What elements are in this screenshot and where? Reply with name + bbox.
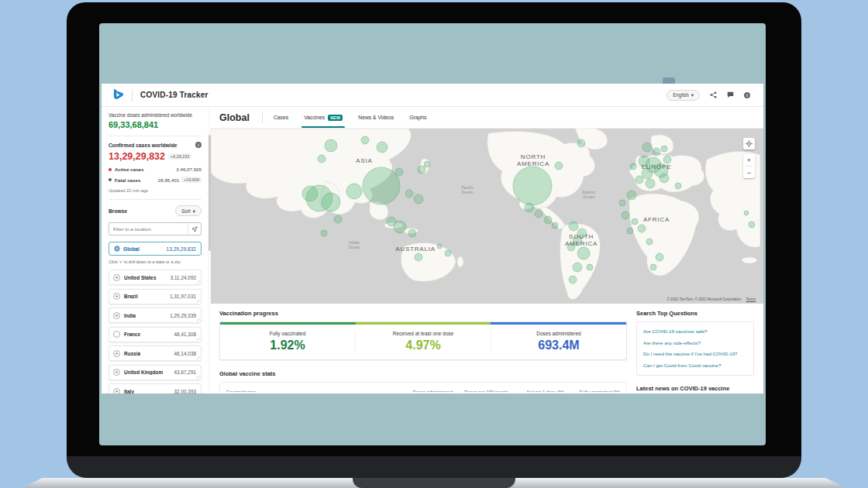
covid-map-bubble [636, 176, 643, 184]
global-row[interactable]: Global 13,29,29,832 [108, 242, 202, 256]
covid-map-bubble [627, 191, 636, 200]
question-link[interactable]: Do I need the vaccine if I've had COVID-… [643, 351, 747, 356]
active-cases-row: Active cases 3,46,07,926 [108, 167, 202, 172]
covid-map-bubble [415, 253, 422, 261]
covid-map-bubble [650, 264, 656, 270]
country-name: Italy [124, 389, 134, 394]
tab-graphs[interactable]: Graphs [409, 107, 426, 128]
confirmed-cases-label: Confirmed cases worldwide [108, 143, 177, 148]
sort-dropdown[interactable]: Sort ▾ [175, 205, 202, 216]
covid-map-bubble [318, 155, 326, 163]
column-doses: Doses administered [405, 390, 453, 392]
laptop-screen: COVID-19 Tracker English ▾ [99, 23, 766, 445]
covid-map-bubble [408, 229, 416, 237]
expand-button[interactable] [113, 331, 120, 338]
country-name: United States [124, 275, 157, 280]
covid-map-bubble [322, 193, 340, 211]
sidebar: Vaccine doses administered worldwide 69,… [102, 107, 208, 393]
covid-map-bubble [656, 253, 663, 261]
main-content: Global Cases Vaccines NEW News & Videos … [211, 107, 763, 393]
covid-map-bubble [675, 183, 681, 189]
covid-tracker-page: COVID-19 Tracker English ▾ [102, 84, 763, 393]
info-icon[interactable]: i [743, 91, 751, 99]
country-name: France [124, 332, 140, 337]
covid-map-bubble [622, 211, 629, 219]
tab-news-videos[interactable]: News & Videos [358, 107, 394, 128]
tab-cases[interactable]: Cases [274, 107, 288, 128]
country-row-france[interactable]: France 48,41,308 [108, 327, 202, 342]
map-locate-button[interactable] [743, 138, 755, 149]
confirmed-info-icon[interactable]: i [195, 142, 202, 148]
active-dot-icon [108, 168, 112, 171]
copyright-text: © 2021 TomTom, © 2021 Microsoft Corporat… [666, 297, 741, 301]
question-link[interactable]: Can I get Covid from Covid vaccine? [643, 363, 747, 368]
covid-map-bubble [552, 222, 558, 229]
covid-map-bubble [619, 200, 625, 206]
feedback-icon[interactable] [726, 91, 734, 99]
covid-map-bubble [642, 168, 653, 179]
scroll-indicator-tab [663, 77, 675, 84]
covid-map-bubble [535, 210, 542, 218]
expand-button[interactable]: + [113, 350, 120, 357]
expand-button[interactable]: + [113, 369, 120, 376]
country-row-united-kingdom[interactable]: + United Kingdom 43,67,291 [108, 365, 202, 380]
country-row-italy[interactable]: + Italy 32,00,393 [108, 383, 202, 393]
drill-down-hint: Click '+' to drill-down to a state or a … [108, 259, 202, 264]
covid-map-bubble [414, 194, 423, 204]
covid-map-bubble [567, 243, 575, 251]
sort-label: Sort [181, 208, 191, 214]
expand-button[interactable]: + [113, 293, 120, 300]
global-label: Global [123, 246, 140, 252]
covid-map-bubble [525, 203, 534, 212]
fatal-delta-badge: +19,609 [181, 177, 202, 183]
country-row-united-states[interactable]: + United States 3,11,24,092 [108, 270, 202, 285]
tab-vaccines[interactable]: Vaccines NEW [304, 107, 343, 128]
locate-me-button[interactable] [188, 223, 201, 235]
bing-logo-icon[interactable] [112, 89, 124, 101]
question-link[interactable]: Are COVID-19 vaccines safe? [643, 328, 747, 334]
world-map[interactable]: ASIA NORTH AMERICA EUROPE AFRICA SOUTH A… [211, 129, 763, 304]
covid-map-bubble [544, 216, 552, 224]
covid-map-bubble [573, 236, 582, 246]
resize-corner [195, 278, 200, 284]
top-questions-title: Search Top Questions [636, 310, 754, 317]
progress-color-bar [220, 322, 626, 325]
country-row-russia[interactable]: + Russia 46,14,038 [108, 345, 202, 361]
vaccination-progress-title: Vaccination progress [219, 310, 627, 317]
country-value: 32,00,393 [174, 389, 196, 394]
share-icon[interactable] [709, 91, 717, 99]
resize-corner [195, 335, 200, 340]
covid-map-bubble [646, 179, 655, 188]
country-row-india[interactable]: + India 1,29,29,339 [108, 308, 202, 323]
latest-news-title: Latest news on COVID-19 vaccine [636, 385, 754, 392]
country-value: 48,41,308 [174, 332, 196, 337]
question-link[interactable]: Are there any side-effects? [643, 340, 747, 345]
updated-timestamp: Updated 22 min ago [108, 188, 202, 193]
covid-map-bubble [555, 162, 563, 170]
active-cases-value: 3,46,07,926 [176, 167, 202, 172]
column-fully-vaccinated: Fully vaccinated (%) [564, 390, 620, 392]
covid-map-bubble [646, 239, 653, 245]
expand-button[interactable]: + [113, 388, 120, 394]
covid-map-bubble [638, 225, 646, 232]
expand-button[interactable]: + [113, 312, 120, 319]
covid-map-bubble [302, 186, 318, 201]
covid-map-bubble [394, 221, 406, 233]
country-list: + United States 3,11,24,092 + Brazil 1,3… [108, 270, 202, 393]
zoom-in-button[interactable]: + [743, 154, 755, 166]
tab-bar: Global Cases Vaccines NEW News & Videos … [211, 107, 763, 129]
expand-button[interactable]: + [113, 274, 120, 281]
terms-link[interactable]: Terms [746, 297, 756, 301]
laptop-bezel-bottom [67, 456, 801, 478]
fatal-cases-label: Fatal cases [115, 177, 140, 183]
language-dropdown[interactable]: English ▾ [666, 90, 700, 101]
filter-input[interactable] [109, 226, 188, 232]
covid-map-bubble [587, 264, 593, 270]
covid-map-bubble [749, 222, 755, 228]
country-value: 43,67,291 [174, 369, 196, 375]
country-row-brazil[interactable]: + Brazil 1,31,97,031 [108, 289, 202, 304]
tabbar-divider [262, 112, 263, 123]
covid-map-bubble [395, 168, 403, 176]
covid-map-bubble [627, 228, 633, 234]
zoom-out-button[interactable]: − [743, 167, 755, 178]
